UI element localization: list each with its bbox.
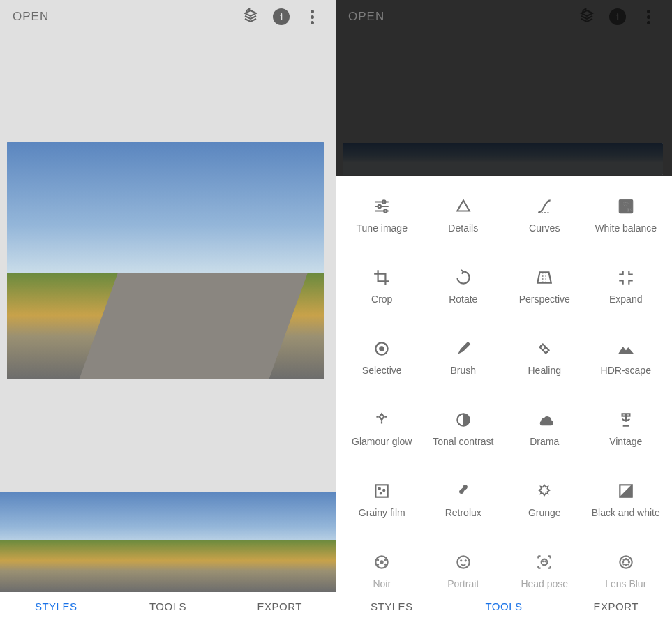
tool-label: Drama (530, 436, 559, 448)
tool-details[interactable]: Details (423, 195, 505, 266)
tool-lens-blur[interactable]: Lens Blur (585, 550, 667, 592)
grunge-icon (535, 479, 553, 503)
tool-vintage[interactable]: Vintage (585, 408, 667, 479)
glamour-icon (373, 408, 391, 432)
tool-noir[interactable]: Noir (341, 550, 423, 592)
tool-curves[interactable]: Curves (504, 195, 585, 266)
tab-styles[interactable]: STYLES (0, 592, 112, 620)
tool-glamour-glow[interactable]: Glamour glow (341, 408, 423, 479)
tool-label: Lens Blur (605, 578, 646, 591)
tools-sheet: Tune imageDetailsCurvesWhite balanceCrop… (336, 176, 672, 592)
tool-crop[interactable]: Crop (341, 266, 423, 337)
tool-label: Black and white (592, 507, 660, 520)
bottom-tabs: STYLES TOOLS EXPORT (0, 592, 336, 620)
tool-label: Noir (373, 578, 391, 591)
wb-icon (617, 195, 635, 218)
tool-label: Glamour glow (352, 436, 412, 448)
tool-brush[interactable]: Brush (423, 337, 505, 408)
tab-tools[interactable]: TOOLS (448, 592, 560, 620)
tool-tune-image[interactable]: Tune image (341, 195, 423, 266)
tool-label: Expand (609, 294, 642, 306)
tool-expand[interactable]: Expand (585, 266, 667, 337)
tool-label: Healing (528, 365, 561, 377)
tool-selective[interactable]: Selective (341, 337, 423, 408)
info-icon[interactable]: i (266, 1, 297, 32)
tool-label: Rotate (449, 294, 477, 306)
portrait-icon (454, 550, 472, 574)
more-menu-icon[interactable] (633, 1, 664, 32)
grainy-icon (373, 479, 391, 503)
noir-icon (373, 550, 391, 574)
styles-pane: OPEN i Portrait Smooth Pop (0, 0, 336, 620)
toolbar: OPEN i (336, 0, 672, 33)
tool-label: Perspective (519, 294, 570, 306)
main-image-dimmed (343, 143, 663, 175)
tools-pane: OPEN i Tune imageDetailsCurvesWhite bala… (336, 0, 672, 620)
tool-perspective[interactable]: Perspective (504, 266, 585, 337)
undo-layers-icon[interactable] (572, 1, 602, 32)
tool-label: Selective (362, 365, 402, 377)
bw-icon (617, 479, 635, 503)
expand-icon (617, 266, 635, 289)
drama-icon (535, 408, 553, 432)
tool-hdr-scape[interactable]: HDR-scape (585, 337, 667, 408)
hdr-icon (617, 337, 635, 361)
tool-label: Curves (529, 222, 560, 235)
bottom-tabs: STYLES TOOLS EXPORT (336, 592, 672, 620)
tool-white-balance[interactable]: White balance (585, 195, 667, 266)
tool-label: HDR-scape (601, 365, 651, 377)
tab-export[interactable]: EXPORT (560, 592, 672, 620)
tool-label: Portrait (447, 578, 479, 591)
info-icon[interactable]: i (602, 1, 633, 32)
headpose-icon (535, 550, 553, 574)
open-button[interactable]: OPEN (8, 10, 49, 24)
styles-strip[interactable]: Portrait Smooth Pop Accentuate Faded Glo… (0, 492, 336, 592)
tune-icon (373, 195, 391, 218)
undo-layers-icon[interactable] (235, 1, 266, 32)
tab-styles[interactable]: STYLES (336, 592, 448, 620)
tool-label: Grainy film (359, 507, 405, 520)
vintage-icon (617, 408, 635, 432)
tool-rotate[interactable]: Rotate (423, 266, 505, 337)
tool-label: Vintage (609, 436, 642, 448)
tool-label: Brush (450, 365, 476, 377)
more-menu-icon[interactable] (297, 1, 327, 32)
tool-retrolux[interactable]: Retrolux (423, 479, 505, 550)
tab-export[interactable]: EXPORT (224, 592, 336, 620)
tool-label: Retrolux (445, 507, 481, 520)
crop-icon (373, 266, 391, 289)
toolbar: OPEN i (0, 0, 336, 33)
tool-grainy-film[interactable]: Grainy film (341, 479, 423, 550)
tool-label: Grunge (528, 507, 561, 520)
selective-icon (373, 337, 391, 361)
rotate-icon (454, 266, 472, 289)
details-icon (454, 195, 472, 218)
tool-label: Head pose (521, 578, 568, 591)
retrolux-icon (454, 479, 472, 503)
tool-healing[interactable]: Healing (504, 337, 585, 408)
main-image[interactable] (7, 142, 324, 379)
tool-drama[interactable]: Drama (504, 408, 585, 479)
tool-label: Crop (371, 294, 392, 306)
tool-label: Tonal contrast (433, 436, 493, 448)
tool-label: White balance (595, 222, 657, 235)
tool-portrait[interactable]: Portrait (423, 550, 505, 592)
tab-tools[interactable]: TOOLS (112, 592, 223, 620)
tool-label: Tune image (357, 222, 408, 235)
curves-icon (535, 195, 553, 218)
tool-label: Details (448, 222, 478, 235)
tool-head-pose[interactable]: Head pose (504, 550, 585, 592)
tonal-icon (454, 408, 472, 432)
perspective-icon (535, 266, 553, 289)
tool-black-and-white[interactable]: Black and white (585, 479, 667, 550)
open-button[interactable]: OPEN (344, 10, 384, 24)
brush-icon (454, 337, 472, 361)
tool-tonal-contrast[interactable]: Tonal contrast (423, 408, 505, 479)
lensblur-icon (617, 550, 635, 574)
healing-icon (535, 337, 553, 361)
tool-grunge[interactable]: Grunge (504, 479, 585, 550)
